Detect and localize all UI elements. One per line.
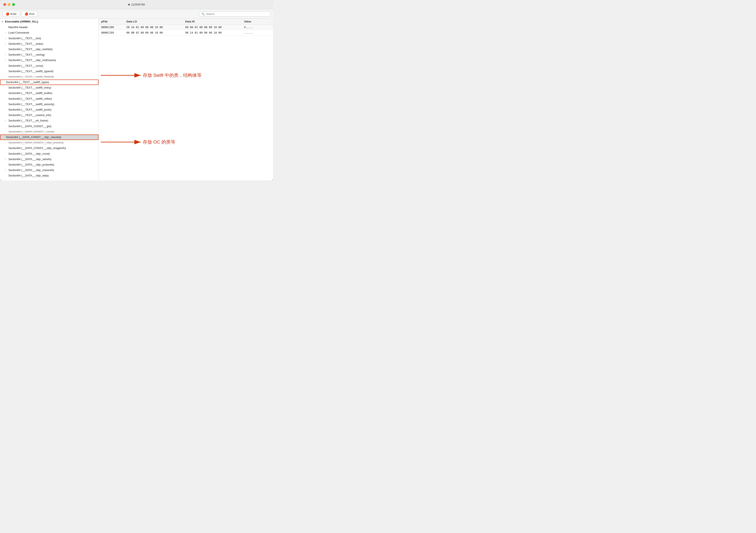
main-content: ▾ Executable (ARM64_ALL) Mach64 Header ›…: [0, 19, 273, 181]
list-item[interactable]: Section64 (__TEXT,__swift5_typeref): [0, 69, 98, 74]
list-item[interactable]: Section64 (__DATA,__objc_data): [0, 173, 98, 178]
sidebar-item-label: Load Commands: [9, 31, 29, 35]
sidebar-item-label: Section64 (__TEXT,__swift5_entry): [9, 86, 51, 89]
sidebar-item-label: Section64 (__DATA,__objc_const): [9, 152, 50, 156]
close-button[interactable]: [3, 3, 6, 6]
sidebar-item-label: Section64 (__DATA,__objc_protorefs): [9, 163, 54, 166]
tab-rva-button[interactable]: 🍎 RVA: [21, 11, 38, 17]
sidebar-item-label: Section64 (__TEXT,__swift5_typeref): [9, 69, 54, 73]
sidebar-item-label: Section64 (__TEXT,__objc_methlist): [9, 47, 52, 51]
spacer-icon: [5, 163, 8, 166]
sidebar-item-label: Section64 (__DATA_CONST,__objc_imageinfo…: [9, 146, 66, 150]
list-item[interactable]: Section64 (__TEXT,__swift5_builtin): [0, 90, 98, 96]
sidebar-item-label: Section64 (__TEXT,__eh_frame): [9, 119, 48, 122]
list-item[interactable]: Section64 (__DATA_CONST,__got): [0, 124, 98, 129]
table-row[interactable]: 0000C2D0 58 1A 01 00 00 00 10 00 60 0A 0…: [99, 25, 273, 30]
spacer-icon: [5, 114, 8, 117]
spacer-icon: [5, 125, 8, 128]
sidebar-item-label: Section64 (__TEXT,__swift5_assocty): [9, 102, 54, 106]
sidebar-item-label: Section64 (__TEXT,__cstring): [9, 53, 45, 57]
list-item[interactable]: Section64 (__TEXT,__const): [0, 63, 98, 69]
cell-value: ......: [241, 31, 273, 34]
spacer-icon: [5, 141, 8, 144]
root-chevron-icon: ▾: [2, 20, 4, 23]
sidebar-item-label: Section64 (__TEXT,__swift5_proto): [9, 108, 51, 112]
maximize-button[interactable]: [12, 3, 15, 6]
spacer-icon: [5, 130, 8, 133]
sidebar-item-swift5-types[interactable]: Section64 (__TEXT,__swift5_types): [0, 80, 98, 85]
minimize-button[interactable]: [8, 3, 11, 6]
list-item[interactable]: › Section64 (__TEXT,__cstring): [0, 52, 98, 58]
sidebar-item-label: Section64 (__DATA_CONST,__const): [9, 130, 54, 134]
sidebar-item-label: Section64 (__TEXT,__unwind_info): [9, 113, 51, 117]
cell-pfile: 0000C2E0: [99, 31, 124, 34]
spacer-icon: [5, 152, 8, 155]
tab-rva-label: RVA: [29, 13, 35, 15]
sidebar: ▾ Executable (ARM64_ALL) Mach64 Header ›…: [0, 19, 99, 181]
expand-icon: ›: [5, 53, 8, 56]
col-header-data-hi: Data HI: [183, 20, 241, 23]
sidebar-item-label: Section64 (__TEXT,__swift5_builtin): [9, 91, 52, 95]
cell-data-hi: 98 14 01 00 00 00 10 00: [183, 31, 241, 34]
search-container: 🔍: [199, 11, 270, 16]
sidebar-root-item[interactable]: ▾ Executable (ARM64_ALL): [0, 19, 98, 25]
sidebar-item-label: Mach64 Header: [9, 25, 28, 29]
cell-data-lo: 08 0B 01 00 00 00 10 00: [124, 31, 183, 34]
cell-pfile: 0000C2D0: [99, 26, 124, 29]
arrow-swift-icon: [99, 70, 246, 83]
expand-icon: ›: [5, 119, 8, 122]
traffic-lights: [3, 3, 15, 6]
sidebar-item-label: Section64 (__TEXT,__swift5_types): [6, 80, 49, 84]
list-item[interactable]: Section64 (__TEXT,__swift5_proto): [0, 107, 98, 113]
spacer-icon: [3, 136, 5, 139]
title-icon: ■: [128, 3, 130, 6]
spacer-icon: [5, 147, 8, 150]
list-item[interactable]: Section64 (__DATA,__objc_protorefs): [0, 162, 98, 167]
list-item[interactable]: Section64 (__DATA_CONST,__objc_imageinfo…: [0, 145, 98, 151]
list-item[interactable]: › Section64 (__TEXT,__objc_methname): [0, 58, 98, 63]
toolbar: 🍎 RAW 🍎 RVA 🔍: [0, 9, 273, 19]
spacer-icon: [3, 81, 5, 84]
title-bar: ■ 123456789: [0, 0, 273, 9]
right-panel: pFile Data LO Data HI Value 0000C2D0 58 …: [99, 19, 273, 181]
list-item[interactable]: › Section64 (__TEXT,__stubs): [0, 41, 98, 47]
cell-value: X.....: [241, 26, 273, 29]
list-item[interactable]: Section64 (__TEXT,__swift5_assocty): [0, 102, 98, 107]
list-item[interactable]: › Section64 (__DATA,__objc_selrefs): [0, 157, 98, 162]
list-item[interactable]: › Section64 (__TEXT,__text): [0, 36, 98, 41]
list-item[interactable]: › Section64 (__DATA,__objc_classrefs): [0, 167, 98, 173]
expand-icon: ›: [5, 42, 8, 45]
tab-raw-label: RAW: [10, 13, 16, 15]
spacer-icon: [5, 103, 8, 106]
table-row[interactable]: 0000C2E0 08 0B 01 00 00 00 10 00 98 14 0…: [99, 30, 273, 36]
cell-data-lo: 58 1A 01 00 00 00 10 00: [124, 26, 183, 29]
sidebar-item-label: Section64 (__DATA_CONST,__objc_classlist…: [6, 135, 61, 139]
search-input[interactable]: [206, 13, 268, 15]
list-item[interactable]: Section64 (__TEXT,__objc_methlist): [0, 47, 98, 52]
list-item[interactable]: Section64 (__TEXT,__unwind_info): [0, 113, 98, 118]
list-item[interactable]: › Load Commands: [0, 30, 98, 36]
spacer-icon: [5, 48, 8, 51]
sidebar-item-label: Section64 (__DATA,__objc_selrefs): [9, 157, 51, 161]
arrow-oc-icon: [99, 137, 204, 149]
rva-apple-icon: 🍎: [25, 12, 28, 15]
list-item[interactable]: › Section64 (__TEXT,__eh_frame): [0, 118, 98, 123]
main-window: ■ 123456789 🍎 RAW 🍎 RVA 🔍 ▾ Executable (…: [0, 0, 273, 181]
annotation-oc-classes-text: 存放 OC 的类等: [143, 139, 176, 145]
sidebar-item-objc-classlist[interactable]: Section64 (__DATA_CONST,__objc_classlist…: [0, 135, 98, 140]
list-item[interactable]: Section64 (__TEXT,__swift5_reflstr): [0, 96, 98, 102]
list-item[interactable]: Section64 (__DATA_CONST,__const): [0, 129, 98, 135]
spacer-icon: [5, 97, 8, 100]
cell-data-hi: 60 0A 01 00 00 00 10 00: [183, 26, 241, 29]
tab-raw-button[interactable]: 🍎 RAW: [3, 11, 20, 17]
list-item[interactable]: Section64 (__TEXT,__swift5_entry): [0, 85, 98, 90]
expand-icon: ›: [5, 37, 8, 40]
search-icon: 🔍: [202, 13, 205, 15]
list-item[interactable]: Section64 (__TEXT,__swift5_fieldmd): [0, 74, 98, 80]
title-text: 123456789: [131, 3, 145, 6]
list-item[interactable]: Section64 (__DATA_CONST,__objc_protolist…: [0, 140, 98, 145]
spacer-icon: [5, 86, 8, 89]
sidebar-root-label: Executable (ARM64_ALL): [5, 20, 38, 23]
list-item[interactable]: Section64 (__DATA,__objc_const): [0, 151, 98, 157]
list-item[interactable]: Mach64 Header: [0, 25, 98, 30]
